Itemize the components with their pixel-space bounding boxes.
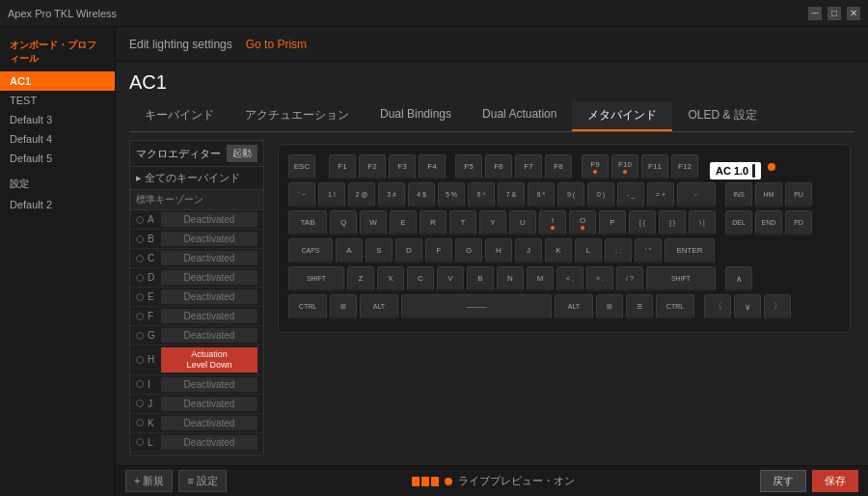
key-r[interactable]: R (420, 210, 447, 235)
key-g[interactable]: G (455, 238, 482, 263)
list-item[interactable]: C Deactivated (130, 249, 263, 268)
key-f10[interactable]: F10 (611, 154, 638, 179)
key-n[interactable]: N (497, 266, 524, 291)
key-s[interactable]: S (366, 238, 393, 263)
key-f12[interactable]: F12 (671, 154, 698, 179)
key-w[interactable]: W (360, 210, 387, 235)
key-backspace[interactable]: ← (677, 182, 716, 207)
sidebar-item-default5[interactable]: Default 5 (0, 149, 115, 168)
key-1[interactable]: 1 ! (318, 182, 345, 207)
key-caps[interactable]: CAPS (288, 238, 333, 263)
key-list-filter[interactable]: ▸ 全てのキーバインド (130, 167, 263, 190)
key-backslash[interactable]: \ | (689, 210, 716, 235)
list-item[interactable]: J Deactivated (130, 395, 263, 414)
key-k[interactable]: K (545, 238, 572, 263)
key-hm[interactable]: HM (755, 182, 782, 207)
key-0[interactable]: 0 ) (587, 182, 614, 207)
key-f1[interactable]: F1 (329, 154, 356, 179)
key-i[interactable]: I (539, 210, 566, 235)
sidebar-item-default2[interactable]: Default 2 (0, 195, 115, 214)
list-item[interactable]: D Deactivated (130, 268, 263, 288)
key-lalt[interactable]: ALT (360, 294, 398, 319)
sidebar-item-test[interactable]: TEST (0, 91, 115, 110)
key-list-scroll[interactable]: A Deactivated B Deactivated C (130, 210, 263, 455)
key-3[interactable]: 3 # (378, 182, 405, 207)
key-down[interactable]: ∨ (734, 294, 761, 319)
key-del[interactable]: DEL (725, 210, 752, 235)
list-item[interactable]: H ActuationLevel Down (130, 345, 263, 375)
key-rwin[interactable]: ⊞ (596, 294, 623, 319)
key-rbracket[interactable]: ] } (659, 210, 686, 235)
sidebar-item-default4[interactable]: Default 4 (0, 129, 115, 149)
key-semicolon[interactable]: ; : (605, 238, 632, 263)
key-p[interactable]: P (599, 210, 626, 235)
key-lwin[interactable]: ⊞ (330, 294, 357, 319)
key-l[interactable]: L (575, 238, 602, 263)
go-to-prism-link[interactable]: Go to Prism (246, 38, 307, 51)
key-tab[interactable]: TAB (288, 210, 327, 235)
maximize-button[interactable]: □ (827, 7, 841, 20)
key-4[interactable]: 4 $ (408, 182, 435, 207)
key-ralt[interactable]: ALT (555, 294, 593, 319)
key-x[interactable]: X (377, 266, 404, 291)
tab-dual-bindings[interactable]: Dual Bindings (365, 101, 467, 131)
tab-dual-actuation[interactable]: Dual Actuation (467, 101, 572, 131)
key-c[interactable]: C (407, 266, 434, 291)
key-left[interactable]: 〈 (704, 294, 731, 319)
list-item[interactable]: F Deactivated (130, 307, 263, 326)
key-z[interactable]: Z (347, 266, 374, 291)
sidebar-item-ac1[interactable]: AC1 (0, 71, 115, 91)
key-lshift[interactable]: SHIFT (288, 266, 344, 291)
key-rshift[interactable]: SHIFT (646, 266, 716, 291)
add-profile-button[interactable]: + 新規 (125, 470, 173, 492)
list-item[interactable]: I Deactivated (130, 375, 263, 395)
key-f3[interactable]: F3 (389, 154, 416, 179)
minimize-button[interactable]: ─ (808, 7, 822, 20)
save-button[interactable]: 保存 (812, 470, 858, 492)
key-ins[interactable]: INS (725, 182, 752, 207)
key-f4[interactable]: F4 (419, 154, 446, 179)
key-f6[interactable]: F6 (485, 154, 512, 179)
key-j[interactable]: J (515, 238, 542, 263)
key-space[interactable]: ——— (401, 294, 552, 319)
list-item[interactable]: K Deactivated (130, 414, 263, 433)
list-item[interactable]: E Deactivated (130, 288, 263, 307)
key-f9[interactable]: F9 (582, 154, 609, 179)
key-2[interactable]: 2 @ (348, 182, 375, 207)
key-right[interactable]: 〉 (764, 294, 791, 319)
key-f[interactable]: F (425, 238, 452, 263)
key-f5[interactable]: F5 (455, 154, 482, 179)
list-item[interactable]: A Deactivated (130, 210, 263, 230)
key-equals[interactable]: = + (647, 182, 674, 207)
key-6[interactable]: 6 ^ (468, 182, 495, 207)
key-up[interactable]: ∧ (725, 266, 752, 291)
key-quote[interactable]: ' " (635, 238, 662, 263)
key-pd[interactable]: PD (785, 210, 812, 235)
key-f11[interactable]: F11 (641, 154, 668, 179)
key-backtick[interactable]: ` ~ (288, 182, 315, 207)
key-b[interactable]: B (467, 266, 494, 291)
key-e[interactable]: E (390, 210, 417, 235)
key-v[interactable]: V (437, 266, 464, 291)
key-f8[interactable]: F8 (545, 154, 572, 179)
key-7[interactable]: 7 & (498, 182, 525, 207)
key-period[interactable]: > . (586, 266, 613, 291)
key-d[interactable]: D (395, 238, 422, 263)
key-end[interactable]: END (755, 210, 782, 235)
list-item[interactable]: G Deactivated (130, 326, 263, 345)
key-comma[interactable]: < , (556, 266, 583, 291)
key-5[interactable]: 5 % (438, 182, 465, 207)
key-pu[interactable]: PU (785, 182, 812, 207)
key-8[interactable]: 8 * (528, 182, 555, 207)
tab-keybind[interactable]: キーバインド (129, 101, 230, 131)
key-enter[interactable]: ENTER (665, 238, 715, 263)
key-a[interactable]: A (336, 238, 363, 263)
key-menu[interactable]: ☰ (626, 294, 653, 319)
list-item[interactable]: L Deactivated (130, 433, 263, 453)
list-item[interactable]: B Deactivated (130, 230, 263, 249)
key-esc[interactable]: ESC (288, 154, 315, 179)
tab-oled-settings[interactable]: OLED & 設定 (672, 101, 772, 131)
settings-button[interactable]: ≡ 設定 (178, 470, 226, 492)
key-rctrl[interactable]: CTRL (656, 294, 694, 319)
launch-button[interactable]: 起動 (227, 145, 258, 162)
